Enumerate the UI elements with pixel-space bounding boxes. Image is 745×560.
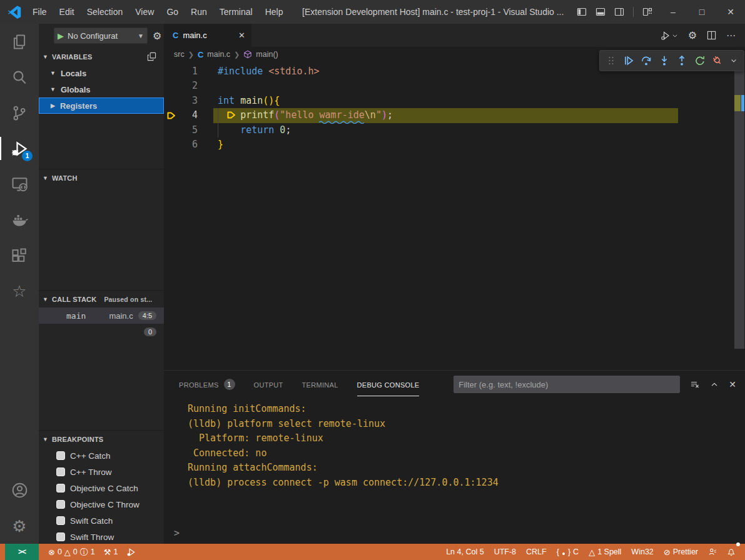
restart-button[interactable] xyxy=(694,55,706,66)
menu-selection[interactable]: Selection xyxy=(81,7,129,17)
language-mode[interactable]: {} C xyxy=(554,544,582,560)
breakpoint-gutter[interactable] xyxy=(164,123,185,138)
menu-go[interactable]: Go xyxy=(160,7,185,17)
callstack-frame-row[interactable]: main main.c 4:5 xyxy=(39,308,164,324)
activity-explorer[interactable] xyxy=(0,24,39,59)
activity-extensions[interactable] xyxy=(0,238,39,273)
activity-docker[interactable] xyxy=(0,202,39,238)
notifications-bell[interactable] xyxy=(724,544,739,560)
breakpoint-swift-throw[interactable]: Swift Throw xyxy=(39,529,164,544)
breakpoint-cpp-throw[interactable]: C++ Throw xyxy=(39,464,164,480)
menu-edit[interactable]: Edit xyxy=(53,7,81,17)
breakpoint-gutter[interactable] xyxy=(164,94,185,108)
variables-scope-locals[interactable]: ▼ Locals xyxy=(39,65,164,81)
maximize-button[interactable]: □ xyxy=(687,0,716,24)
activity-remote-explorer[interactable] xyxy=(0,166,39,202)
activity-accounts[interactable] xyxy=(0,472,39,508)
checkbox-unchecked[interactable] xyxy=(56,451,65,460)
debug-config-dropdown[interactable]: ▶ No Configurat ▼ xyxy=(54,28,148,44)
breadcrumb-folder[interactable]: src xyxy=(174,50,185,59)
step-over-button[interactable] xyxy=(641,55,652,66)
encoding[interactable]: UTF-8 xyxy=(491,544,519,560)
checkbox-unchecked[interactable] xyxy=(56,484,65,492)
problems-status[interactable]: ⊗ 0 △ 0 ⓘ 1 xyxy=(45,544,98,560)
copy-icon[interactable] xyxy=(147,52,156,61)
cursor-position[interactable]: Ln 4, Col 5 xyxy=(443,544,487,560)
step-into-button[interactable] xyxy=(659,55,670,66)
checkbox-unchecked[interactable] xyxy=(56,516,65,525)
menu-run[interactable]: Run xyxy=(185,7,213,17)
checkbox-unchecked[interactable] xyxy=(56,500,65,509)
breadcrumb-file[interactable]: main.c xyxy=(207,50,230,59)
breakpoint-cpp-catch[interactable]: C++ Catch xyxy=(39,448,164,464)
breakpoint-objc-throw[interactable]: Objective C Throw xyxy=(39,496,164,512)
filter-input[interactable] xyxy=(454,380,680,389)
disconnect-button[interactable] xyxy=(712,55,723,66)
variables-scope-registers[interactable]: ▶ Registers xyxy=(39,98,164,114)
settings-gear-icon[interactable]: ⚙ xyxy=(688,29,697,41)
step-out-button[interactable] xyxy=(676,55,687,66)
run-or-debug-button[interactable] xyxy=(661,31,678,41)
menu-view[interactable]: View xyxy=(129,7,160,17)
tools-status[interactable]: ⚒ 1 xyxy=(101,544,121,560)
breakpoint-swift-catch[interactable]: Swift Catch xyxy=(39,512,164,529)
variables-scope-globals[interactable]: ▼ Globals xyxy=(39,81,164,98)
code-line[interactable]: 6} xyxy=(164,138,745,152)
activity-run-debug[interactable]: 1 xyxy=(0,131,39,166)
close-button[interactable]: ✕ xyxy=(716,0,745,24)
breakpoint-gutter[interactable] xyxy=(164,138,185,152)
callstack-thread-row[interactable]: 0 xyxy=(39,324,164,340)
breakpoint-gutter[interactable] xyxy=(164,79,185,93)
tab-problems[interactable]: PROBLEMS 1 xyxy=(179,371,235,398)
breakpoints-section-header[interactable]: ▼ BREAKPOINTS xyxy=(39,431,164,448)
code-line[interactable]: 3int main(){ xyxy=(164,94,745,108)
remote-indicator[interactable]: >< xyxy=(5,544,39,560)
checkbox-unchecked[interactable] xyxy=(56,532,65,541)
maximize-panel-icon[interactable] xyxy=(710,380,719,389)
eol-sequence[interactable]: CRLF xyxy=(523,544,550,560)
spell-checker-status[interactable]: △ 1 Spell xyxy=(585,544,624,560)
breakpoint-gutter[interactable] xyxy=(164,108,185,122)
feedback-status[interactable] xyxy=(705,544,720,560)
activity-wamr-ide[interactable]: ☆ xyxy=(0,273,39,309)
more-actions-icon[interactable]: ⋯ xyxy=(726,30,736,41)
console-prompt-chevron[interactable]: > xyxy=(174,528,180,539)
close-panel-icon[interactable]: ✕ xyxy=(729,379,736,389)
tab-main-c[interactable]: C main.c ✕ xyxy=(164,24,251,47)
toggle-panel-icon[interactable] xyxy=(595,7,606,17)
variables-section-header[interactable]: ▼ VARIABLES xyxy=(39,49,164,65)
breakpoint-gutter[interactable] xyxy=(164,64,185,79)
console-output[interactable]: Running initCommands:(lldb) platform sel… xyxy=(188,402,499,490)
debug-status[interactable] xyxy=(123,544,139,560)
toggle-sidebar-icon[interactable] xyxy=(577,7,587,17)
clear-console-icon[interactable] xyxy=(690,379,700,389)
breakpoint-objc-catch[interactable]: Objective C Catch xyxy=(39,480,164,496)
minimize-button[interactable]: – xyxy=(659,0,687,24)
checkbox-unchecked[interactable] xyxy=(56,468,65,476)
chevron-down-icon[interactable] xyxy=(730,57,737,64)
formatter-status[interactable]: ⊘ Prettier xyxy=(661,544,701,560)
tab-terminal[interactable]: TERMINAL xyxy=(302,371,338,398)
code-line[interactable]: 5 return 0; xyxy=(164,123,745,138)
activity-source-control[interactable] xyxy=(0,95,39,131)
close-tab-icon[interactable]: ✕ xyxy=(238,31,245,40)
tab-debug-console[interactable]: DEBUG CONSOLE xyxy=(357,371,420,398)
activity-search[interactable] xyxy=(0,59,39,95)
callstack-section-header[interactable]: ▼ CALL STACK Paused on st... xyxy=(39,291,164,308)
menu-terminal[interactable]: Terminal xyxy=(213,7,259,17)
code-area[interactable]: 1#include <stdio.h>23int main(){4 printf… xyxy=(164,62,745,152)
continue-button[interactable] xyxy=(623,55,634,66)
activity-settings[interactable]: ⚙ xyxy=(0,508,39,544)
watch-section-header[interactable]: ▼ WATCH xyxy=(39,170,164,186)
configure-gear-icon[interactable]: ⚙ xyxy=(153,30,161,42)
menu-help[interactable]: Help xyxy=(259,7,290,17)
drag-grip-icon[interactable] xyxy=(606,56,616,66)
menu-file[interactable]: File xyxy=(26,7,53,17)
code-line[interactable]: 4 printf("hello wamr-ide\n"); xyxy=(164,108,745,122)
tab-output[interactable]: OUTPUT xyxy=(254,371,283,398)
platform-status[interactable]: Win32 xyxy=(628,544,656,560)
editor-scrollbar[interactable] xyxy=(734,70,744,349)
split-editor-icon[interactable] xyxy=(707,31,716,40)
start-debug-icon[interactable]: ▶ xyxy=(58,31,64,41)
breadcrumb-symbol[interactable]: main() xyxy=(256,50,278,59)
